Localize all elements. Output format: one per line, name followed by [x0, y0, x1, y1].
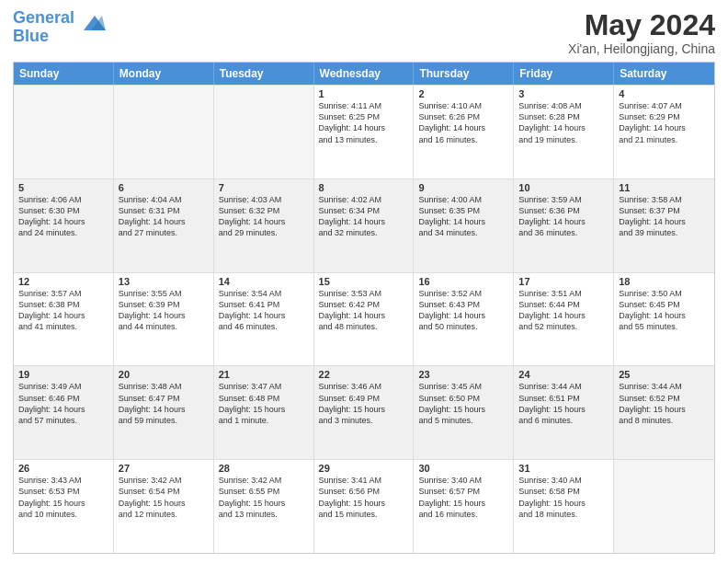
cell-info: Sunrise: 3:55 AM Sunset: 6:39 PM Dayligh…	[119, 288, 209, 333]
cell-info: Sunrise: 4:11 AM Sunset: 6:25 PM Dayligh…	[319, 100, 409, 145]
day-number: 29	[319, 463, 409, 474]
header-day: Monday	[114, 63, 214, 85]
cell-info: Sunrise: 3:50 AM Sunset: 6:45 PM Dayligh…	[619, 288, 710, 333]
cell-info: Sunrise: 3:46 AM Sunset: 6:49 PM Dayligh…	[319, 381, 409, 426]
logo-icon	[76, 8, 106, 38]
day-number: 5	[18, 182, 108, 193]
calendar-cell: 11Sunrise: 3:58 AM Sunset: 6:37 PM Dayli…	[614, 179, 714, 272]
day-number: 28	[219, 463, 309, 474]
cell-info: Sunrise: 4:07 AM Sunset: 6:29 PM Dayligh…	[619, 100, 710, 145]
day-number: 12	[18, 276, 108, 287]
calendar-cell: 16Sunrise: 3:52 AM Sunset: 6:43 PM Dayli…	[414, 273, 514, 366]
calendar-cell	[14, 86, 114, 178]
calendar-cell: 22Sunrise: 3:46 AM Sunset: 6:49 PM Dayli…	[314, 366, 415, 459]
cell-info: Sunrise: 3:42 AM Sunset: 6:54 PM Dayligh…	[119, 475, 209, 520]
calendar-cell: 27Sunrise: 3:42 AM Sunset: 6:54 PM Dayli…	[114, 460, 214, 553]
cell-info: Sunrise: 3:47 AM Sunset: 6:48 PM Dayligh…	[219, 381, 309, 426]
day-number: 21	[219, 369, 309, 380]
day-number: 3	[518, 88, 609, 99]
calendar-cell: 10Sunrise: 3:59 AM Sunset: 6:36 PM Dayli…	[514, 179, 614, 272]
cell-info: Sunrise: 4:10 AM Sunset: 6:26 PM Dayligh…	[418, 100, 508, 145]
calendar-cell: 31Sunrise: 3:40 AM Sunset: 6:58 PM Dayli…	[514, 460, 614, 553]
cell-info: Sunrise: 3:40 AM Sunset: 6:57 PM Dayligh…	[418, 475, 508, 520]
calendar-row: 1Sunrise: 4:11 AM Sunset: 6:25 PM Daylig…	[14, 85, 714, 178]
calendar-cell: 15Sunrise: 3:53 AM Sunset: 6:42 PM Dayli…	[314, 273, 415, 366]
calendar-header: SundayMondayTuesdayWednesdayThursdayFrid…	[14, 63, 714, 85]
calendar-cell	[614, 460, 714, 553]
cell-info: Sunrise: 4:00 AM Sunset: 6:35 PM Dayligh…	[418, 194, 508, 239]
cell-info: Sunrise: 4:04 AM Sunset: 6:31 PM Dayligh…	[119, 194, 209, 239]
calendar-cell: 6Sunrise: 4:04 AM Sunset: 6:31 PM Daylig…	[114, 179, 214, 272]
day-number: 6	[119, 182, 209, 193]
cell-info: Sunrise: 3:58 AM Sunset: 6:37 PM Dayligh…	[619, 194, 710, 239]
main-title: May 2024	[568, 9, 715, 41]
calendar-row: 26Sunrise: 3:43 AM Sunset: 6:53 PM Dayli…	[14, 459, 714, 553]
calendar-body: 1Sunrise: 4:11 AM Sunset: 6:25 PM Daylig…	[14, 85, 714, 553]
day-number: 19	[18, 369, 108, 380]
cell-info: Sunrise: 3:45 AM Sunset: 6:50 PM Dayligh…	[418, 381, 508, 426]
day-number: 8	[319, 182, 409, 193]
header-day: Wednesday	[314, 63, 415, 85]
cell-info: Sunrise: 3:54 AM Sunset: 6:41 PM Dayligh…	[219, 288, 309, 333]
header-day: Saturday	[614, 63, 714, 85]
calendar-cell: 14Sunrise: 3:54 AM Sunset: 6:41 PM Dayli…	[214, 273, 314, 366]
calendar-cell: 21Sunrise: 3:47 AM Sunset: 6:48 PM Dayli…	[214, 366, 314, 459]
calendar-cell	[114, 86, 214, 178]
cell-info: Sunrise: 3:42 AM Sunset: 6:55 PM Dayligh…	[219, 475, 309, 520]
day-number: 24	[518, 369, 609, 380]
day-number: 11	[619, 182, 710, 193]
cell-info: Sunrise: 3:51 AM Sunset: 6:44 PM Dayligh…	[518, 288, 609, 333]
calendar-cell: 5Sunrise: 4:06 AM Sunset: 6:30 PM Daylig…	[14, 179, 114, 272]
day-number: 14	[219, 276, 309, 287]
cell-info: Sunrise: 4:08 AM Sunset: 6:28 PM Dayligh…	[518, 100, 609, 145]
header-day: Thursday	[414, 63, 514, 85]
cell-info: Sunrise: 3:40 AM Sunset: 6:58 PM Dayligh…	[518, 475, 609, 520]
day-number: 7	[219, 182, 309, 193]
calendar-cell: 9Sunrise: 4:00 AM Sunset: 6:35 PM Daylig…	[414, 179, 514, 272]
header-day: Friday	[514, 63, 614, 85]
cell-info: Sunrise: 3:44 AM Sunset: 6:52 PM Dayligh…	[619, 381, 710, 426]
day-number: 9	[418, 182, 508, 193]
cell-info: Sunrise: 4:06 AM Sunset: 6:30 PM Dayligh…	[18, 194, 108, 239]
day-number: 26	[18, 463, 108, 474]
logo-blue: Blue	[13, 27, 49, 45]
day-number: 20	[119, 369, 209, 380]
day-number: 31	[518, 463, 609, 474]
header: General Blue May 2024 Xi'an, Heilongjian…	[13, 9, 715, 56]
day-number: 18	[619, 276, 710, 287]
calendar-cell: 28Sunrise: 3:42 AM Sunset: 6:55 PM Dayli…	[214, 460, 314, 553]
page: General Blue May 2024 Xi'an, Heilongjian…	[0, 0, 728, 563]
cell-info: Sunrise: 3:57 AM Sunset: 6:38 PM Dayligh…	[18, 288, 108, 333]
subtitle: Xi'an, Heilongjiang, China	[568, 41, 715, 56]
cell-info: Sunrise: 3:59 AM Sunset: 6:36 PM Dayligh…	[518, 194, 609, 239]
cell-info: Sunrise: 3:53 AM Sunset: 6:42 PM Dayligh…	[319, 288, 409, 333]
logo-general: General	[13, 8, 74, 27]
day-number: 17	[518, 276, 609, 287]
cell-info: Sunrise: 3:43 AM Sunset: 6:53 PM Dayligh…	[18, 475, 108, 520]
day-number: 13	[119, 276, 209, 287]
calendar-cell: 30Sunrise: 3:40 AM Sunset: 6:57 PM Dayli…	[414, 460, 514, 553]
calendar-cell: 4Sunrise: 4:07 AM Sunset: 6:29 PM Daylig…	[614, 86, 714, 178]
day-number: 4	[619, 88, 710, 99]
calendar-cell: 8Sunrise: 4:02 AM Sunset: 6:34 PM Daylig…	[314, 179, 415, 272]
calendar: SundayMondayTuesdayWednesdayThursdayFrid…	[13, 62, 715, 554]
calendar-cell: 3Sunrise: 4:08 AM Sunset: 6:28 PM Daylig…	[514, 86, 614, 178]
day-number: 27	[119, 463, 209, 474]
calendar-cell: 7Sunrise: 4:03 AM Sunset: 6:32 PM Daylig…	[214, 179, 314, 272]
calendar-cell: 19Sunrise: 3:49 AM Sunset: 6:46 PM Dayli…	[14, 366, 114, 459]
calendar-cell: 18Sunrise: 3:50 AM Sunset: 6:45 PM Dayli…	[614, 273, 714, 366]
calendar-row: 19Sunrise: 3:49 AM Sunset: 6:46 PM Dayli…	[14, 365, 714, 459]
day-number: 1	[319, 88, 409, 99]
calendar-row: 12Sunrise: 3:57 AM Sunset: 6:38 PM Dayli…	[14, 272, 714, 366]
day-number: 22	[319, 369, 409, 380]
cell-info: Sunrise: 4:03 AM Sunset: 6:32 PM Dayligh…	[219, 194, 309, 239]
header-day: Sunday	[14, 63, 114, 85]
cell-info: Sunrise: 3:52 AM Sunset: 6:43 PM Dayligh…	[418, 288, 508, 333]
day-number: 10	[518, 182, 609, 193]
day-number: 2	[418, 88, 508, 99]
calendar-cell: 24Sunrise: 3:44 AM Sunset: 6:51 PM Dayli…	[514, 366, 614, 459]
day-number: 23	[418, 369, 508, 380]
calendar-cell: 13Sunrise: 3:55 AM Sunset: 6:39 PM Dayli…	[114, 273, 214, 366]
cell-info: Sunrise: 4:02 AM Sunset: 6:34 PM Dayligh…	[319, 194, 409, 239]
calendar-cell: 26Sunrise: 3:43 AM Sunset: 6:53 PM Dayli…	[14, 460, 114, 553]
